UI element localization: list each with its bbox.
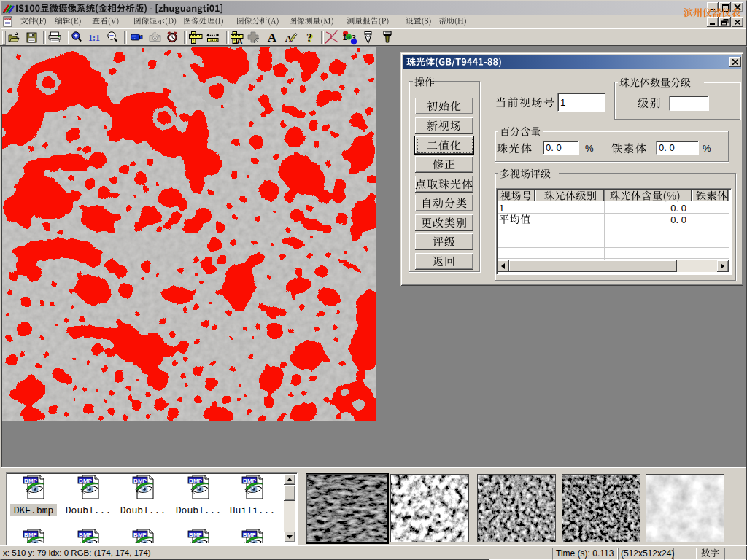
svg-text:Time (s): 0.113: Time (s): 0.113 <box>556 548 614 559</box>
svg-text:a: a <box>347 33 351 41</box>
svg-text:%: % <box>585 143 594 154</box>
svg-text:A: A <box>268 31 277 44</box>
svg-text:0. 0: 0. 0 <box>546 142 562 153</box>
svg-text:1:1: 1:1 <box>88 33 100 43</box>
svg-text:x: 510 y: 79 idx: 0 RGB: (17: x: 510 y: 79 idx: 0 RGB: (174, 174, 174) <box>3 548 151 557</box>
svg-text:(512x512x24): (512x512x24) <box>621 548 674 559</box>
svg-text:Doubl...: Doubl... <box>66 505 111 516</box>
svg-text:HuiTi...: HuiTi... <box>230 505 275 516</box>
svg-text:%: % <box>703 143 711 154</box>
svg-text:A: A <box>237 36 243 45</box>
svg-text:1: 1 <box>560 97 565 108</box>
svg-text:0. 0: 0. 0 <box>670 214 686 225</box>
svg-text:?: ? <box>306 31 312 44</box>
svg-text:0. 0: 0. 0 <box>670 203 686 214</box>
svg-text:DKF.bmp: DKF.bmp <box>14 505 54 516</box>
svg-text:Doubl...: Doubl... <box>176 505 221 516</box>
svg-text:1: 1 <box>499 203 504 214</box>
svg-text:0. 0: 0. 0 <box>659 142 675 153</box>
svg-text:Doubl...: Doubl... <box>120 505 166 516</box>
